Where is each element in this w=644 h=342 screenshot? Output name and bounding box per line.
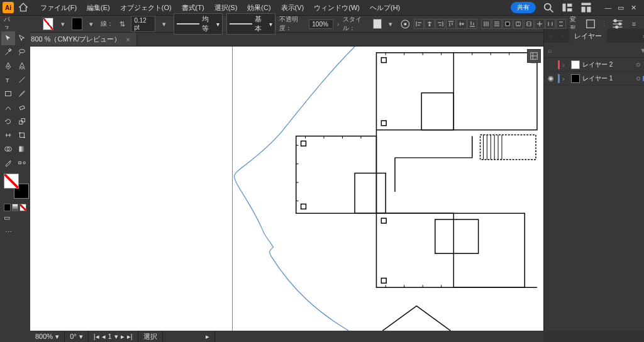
- paintbrush-tool[interactable]: [15, 87, 29, 101]
- svg-rect-36: [301, 141, 306, 146]
- eraser-tool[interactable]: [15, 101, 29, 114]
- stroke-label: 線：: [101, 19, 113, 28]
- panel-tab-layers[interactable]: レイヤー: [569, 29, 607, 43]
- opacity-input[interactable]: 100%: [309, 19, 333, 29]
- none-mode-icon[interactable]: [19, 204, 26, 211]
- type-tool[interactable]: T: [1, 73, 15, 87]
- dist-6-icon[interactable]: [535, 19, 545, 29]
- align-bottom-icon[interactable]: [467, 19, 477, 29]
- fill-indicator[interactable]: [4, 174, 19, 189]
- scale-tool[interactable]: [15, 114, 29, 128]
- align-center-v-icon[interactable]: [457, 19, 467, 29]
- layer-thumb: [571, 60, 580, 69]
- maximize-button[interactable]: ▭: [616, 4, 625, 12]
- gradient-tool[interactable]: [15, 142, 29, 156]
- align-group: [414, 19, 477, 29]
- stroke-weight-dropdown[interactable]: ▾: [159, 18, 170, 30]
- align-top-icon[interactable]: [446, 19, 456, 29]
- pen-tool[interactable]: [1, 59, 15, 73]
- dist-7-icon[interactable]: [545, 19, 555, 29]
- stroke-swatch[interactable]: [72, 18, 82, 30]
- filter-icon[interactable]: ▼: [640, 47, 644, 54]
- workspace-icon[interactable]: [580, 1, 592, 14]
- curvature-tool[interactable]: [15, 59, 29, 73]
- close-button[interactable]: ✕: [629, 4, 638, 12]
- layer-row-1[interactable]: ◉ › レイヤー 1: [544, 72, 644, 86]
- color-mode-icon[interactable]: [4, 204, 11, 211]
- fill-stroke-indicator[interactable]: [4, 174, 29, 199]
- svg-point-12: [616, 26, 618, 28]
- dist-8-icon[interactable]: [556, 19, 566, 29]
- share-button[interactable]: 共有: [511, 2, 536, 13]
- dist-2-icon[interactable]: [492, 19, 502, 29]
- style-swatch[interactable]: [373, 19, 382, 29]
- stroke-profile-uniform[interactable]: 均等▾: [174, 13, 223, 35]
- screen-mode-icon[interactable]: ▭: [4, 214, 10, 221]
- align-center-h-icon[interactable]: [425, 19, 435, 29]
- shaper-tool[interactable]: [1, 101, 15, 114]
- zoom-level[interactable]: 800%▾: [30, 331, 65, 342]
- layer-name[interactable]: レイヤー 2: [582, 60, 634, 69]
- visibility-toggle[interactable]: ◉: [547, 74, 555, 82]
- stroke-dropdown-icon[interactable]: ▾: [86, 18, 97, 30]
- layer-search-input[interactable]: [556, 47, 636, 53]
- panel-tab-2[interactable]: ◦: [557, 30, 569, 42]
- menu-window[interactable]: ウィンドウ(W): [309, 1, 365, 15]
- tab-close-icon[interactable]: ×: [126, 36, 130, 43]
- gradient-mode-icon[interactable]: [12, 204, 19, 211]
- fill-swatch[interactable]: [43, 18, 53, 30]
- dist-5-icon[interactable]: [524, 19, 534, 29]
- selection-tool[interactable]: [1, 31, 15, 45]
- twirl-icon[interactable]: ›: [562, 75, 569, 82]
- stroke-weight-input[interactable]: 0.12 pt: [131, 16, 155, 32]
- fill-dropdown-icon[interactable]: ▾: [57, 18, 68, 30]
- target-icon[interactable]: [636, 77, 640, 80]
- prefs-icon[interactable]: [611, 18, 624, 30]
- twirl-icon[interactable]: ›: [562, 61, 569, 69]
- layer-name[interactable]: レイヤー 1: [582, 74, 634, 83]
- line-tool[interactable]: [15, 73, 29, 87]
- svg-rect-19: [21, 119, 25, 122]
- minimize-button[interactable]: —: [604, 4, 613, 12]
- menu-edit[interactable]: 編集(E): [82, 1, 115, 15]
- menu-file[interactable]: ファイル(F): [35, 1, 82, 15]
- artboard-nav[interactable]: |◂◂1▾▸▸|: [89, 331, 138, 342]
- width-tool[interactable]: [1, 128, 15, 142]
- menu-view[interactable]: 表示(V): [276, 1, 309, 15]
- lasso-tool[interactable]: [15, 45, 29, 59]
- panel-collapse-icon[interactable]: »: [638, 30, 644, 42]
- align-right-icon[interactable]: [435, 19, 445, 29]
- canvas-overlay-icon[interactable]: [527, 49, 541, 63]
- rectangle-tool[interactable]: [1, 87, 15, 101]
- rotate-view[interactable]: 0°▾: [65, 331, 89, 342]
- target-icon[interactable]: [636, 63, 640, 67]
- rotate-tool[interactable]: [1, 114, 15, 128]
- menu-object[interactable]: オブジェクト(O): [115, 1, 177, 15]
- eyedropper-tool[interactable]: [1, 156, 15, 170]
- svg-rect-29: [376, 53, 536, 130]
- edit-toolbar-icon[interactable]: ⋯: [1, 225, 15, 239]
- dist-4-icon[interactable]: [513, 19, 523, 29]
- stroke-stepper-icon[interactable]: ⇅: [117, 18, 128, 30]
- stroke-brush-basic[interactable]: 基本▾: [226, 13, 275, 35]
- layer-row-2[interactable]: › レイヤー 2: [544, 58, 644, 72]
- magic-wand-tool[interactable]: [1, 45, 15, 59]
- align-left-icon[interactable]: [414, 19, 424, 29]
- search-icon[interactable]: [542, 1, 555, 14]
- direct-selection-tool[interactable]: [15, 31, 29, 45]
- window-controls: — ▭ ✕: [604, 4, 638, 12]
- style-dropdown[interactable]: ▾: [386, 18, 396, 30]
- dist-1-icon[interactable]: [481, 19, 491, 29]
- arrange-docs-icon[interactable]: [561, 1, 574, 14]
- free-transform-tool[interactable]: [15, 128, 29, 142]
- artboard[interactable]: [30, 47, 543, 331]
- dist-3-icon[interactable]: [502, 19, 513, 29]
- blend-tool[interactable]: [15, 156, 29, 170]
- status-play-icon[interactable]: ▸: [201, 331, 215, 342]
- panel-menu-icon[interactable]: ≡: [628, 18, 640, 30]
- menu-help[interactable]: ヘルプ(H): [365, 1, 405, 15]
- panel-tab-1[interactable]: ◦: [544, 30, 557, 42]
- recolor-icon[interactable]: [400, 18, 411, 30]
- shape-builder-tool[interactable]: [1, 142, 15, 156]
- home-icon[interactable]: [18, 2, 29, 13]
